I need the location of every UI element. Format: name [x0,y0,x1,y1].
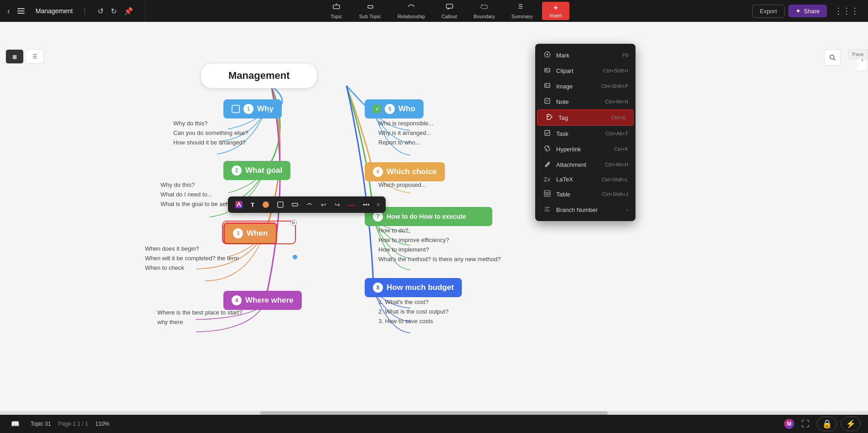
menu-item-mark[interactable]: Mark F9 [535,47,636,63]
svg-rect-3 [446,4,453,8]
float-connect-button[interactable] [303,199,316,211]
insert-button[interactable]: + Insert [542,2,569,20]
share-label: Share [804,8,820,15]
menu-item-hyperlink[interactable]: Hyperlink Ctrl+K [535,141,636,157]
hamburger-menu[interactable] [16,6,26,15]
budget-sub-3: 3. How to save costs [378,318,449,325]
toolbar-tool-topic[interactable]: Topic [323,1,350,21]
central-node[interactable]: Management [201,63,317,88]
topic-count: Topic 31 [31,421,51,427]
when-label: When [247,229,268,238]
back-button[interactable]: ‹ [5,5,12,18]
menu-item-branch-number[interactable]: Branch Number › [535,202,636,217]
top-toolbar: ‹ Management | ↺ ↻ 📌 Topic Sub Topic [0,0,868,22]
why-sub-2: Can you do something else? [173,129,248,136]
mark-icon [542,51,552,59]
menu-item-attachment[interactable]: Attachment Ctrl+Alt+H [535,157,636,172]
bottom-status-bar: 📖 Topic 31 Page-1 1 / 1 110% M ⛶ 🔒 ⚡ [0,415,868,433]
more-options-button[interactable]: ⋮⋮⋮ [831,4,863,18]
float-more-button[interactable]: ••• [359,198,373,211]
svg-rect-10 [292,203,298,206]
node-budget[interactable]: 8 How much budget [365,278,462,297]
task-label: Task [556,130,601,137]
float-box-button[interactable] [288,199,302,211]
how-to-sub-3: How to implement? [378,246,501,253]
why-sub-items: Why do this? Can you do something else? … [173,120,248,146]
node-where[interactable]: 4 Where where [223,291,302,310]
node-which[interactable]: 6 Which choice [365,162,445,181]
menu-item-image[interactable]: Image Ctrl+Shift+P [535,78,636,94]
float-text-button[interactable]: T [247,199,258,211]
node-who[interactable]: ✓ 5 Who [365,99,424,119]
callout-icon [445,3,454,13]
book-button[interactable]: 📖 [7,418,23,430]
float-gradient-button[interactable] [232,198,246,211]
node-why[interactable]: ✓ 1 Why [223,99,282,119]
float-shape-button[interactable] [274,199,287,211]
what-goal-sub-1: Why do this? [160,181,247,188]
logo-button[interactable]: M [784,419,794,429]
menu-item-task[interactable]: Task Ctrl+Alt+T [535,126,636,141]
clipart-icon [542,67,552,75]
menu-item-tag[interactable]: Tag Ctrl+G [537,109,634,126]
toolbar-tool-boundary[interactable]: Boundary [466,1,502,21]
scrollbar-thumb[interactable] [260,411,608,415]
where-label: Where where [245,296,294,305]
redo-button[interactable]: ↻ [108,5,119,17]
attachment-label: Attachment [556,161,600,168]
view-list-button[interactable]: ☰ [26,49,44,64]
where-sub-1: Where is the best place to start? [157,309,242,316]
why-checkbox[interactable]: ✓ [232,105,240,113]
boundary-label: Boundary [474,14,495,19]
toolbar-tool-subtopic[interactable]: Sub Topic [352,1,388,21]
bottom-right: M ⛶ 🔒 ⚡ [784,417,861,431]
topic-label: Topic [331,14,342,19]
how-to-sub-2: How to improve efficiency? [378,237,501,243]
budget-label: How much budget [387,283,454,292]
view-grid-button[interactable]: ▦ [5,49,24,64]
menu-item-note[interactable]: Note Ctrl+Alt+N [535,94,636,109]
bottom-lock-button[interactable]: 🔒 [817,417,837,431]
when-sub-2: When will it be completed? the term [145,255,239,262]
bottom-bolt-button[interactable]: ⚡ [841,417,861,431]
note-icon [542,98,552,106]
svg-rect-4 [481,5,487,9]
undo-button[interactable]: ↺ [95,5,106,17]
float-color-button[interactable] [259,199,273,211]
when-badge: 3 [233,228,243,238]
share-button[interactable]: ✦ Share [788,5,827,17]
menu-item-clipart[interactable]: Clipart Ctrl+Shift+I [535,63,636,78]
insert-menu: Mark F9 Clipart Ctrl+Shift+I Image Ctrl+… [535,44,636,221]
mark-label: Mark [556,52,618,59]
toolbar-tool-callout[interactable]: Callout [434,1,464,21]
node-what-goal[interactable]: 2 What goal [223,161,290,180]
selection-handle[interactable]: ↻ [290,220,297,226]
fullscreen-button[interactable]: ⛶ [798,418,813,431]
toolbar-tool-relationship[interactable]: Relationship [390,1,433,21]
float-close[interactable]: ✕ [374,202,382,208]
pin-button[interactable]: 📌 [121,5,136,17]
export-button[interactable]: Export [752,5,785,18]
attachment-shortcut: Ctrl+Alt+H [605,162,628,167]
menu-item-latex[interactable]: Σx LaTeX Ctrl+Shift+L [535,172,636,186]
who-checkbox[interactable]: ✓ [373,105,381,113]
hyperlink-label: Hyperlink [556,146,610,153]
node-when[interactable]: 3 When [223,222,277,244]
float-minus-button[interactable]: — [345,198,358,211]
hyperlink-icon [542,145,552,153]
toolbar-tool-summary[interactable]: Summary [504,1,540,21]
float-undo-button[interactable]: ↩ [317,198,330,211]
float-redo-button[interactable]: ↪ [331,198,344,211]
latex-label: LaTeX [556,176,597,183]
pane-label: Pane [848,49,868,59]
who-label: Who [398,104,415,113]
canvas-area: ▦ ☰ [0,22,868,433]
why-sub-1: Why do this? [173,120,248,127]
svg-point-12 [546,54,548,56]
share-icon: ✦ [796,7,801,15]
note-label: Note [556,98,600,105]
menu-item-table[interactable]: Table Ctrl+Shift+J [535,186,636,202]
subtopic-label: Sub Topic [359,14,381,19]
search-button[interactable] [824,49,841,66]
bottom-scrollbar[interactable] [0,411,868,415]
